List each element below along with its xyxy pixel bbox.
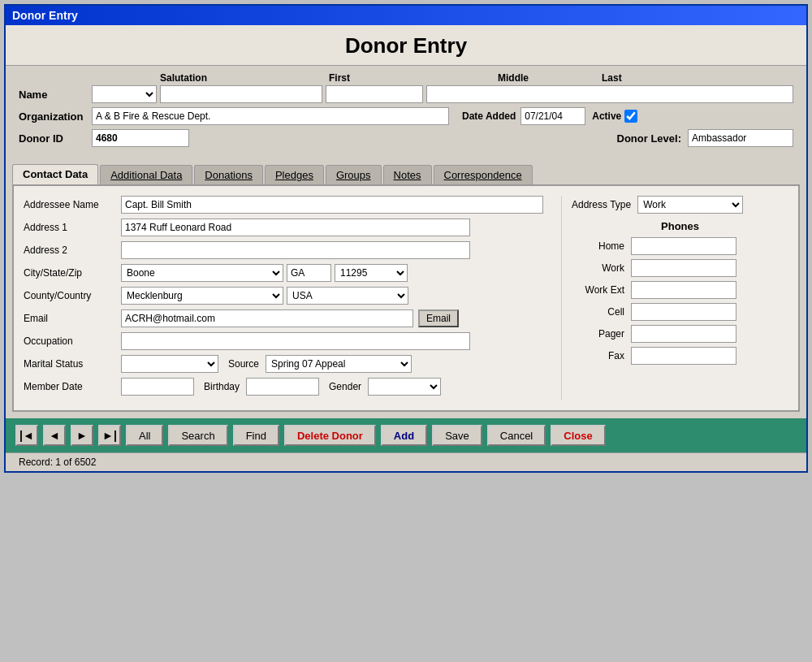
salutation-select[interactable]	[92, 85, 157, 103]
tab-notes[interactable]: Notes	[383, 165, 432, 184]
nav-prev-button[interactable]: ◄	[43, 425, 66, 446]
tab-correspondence[interactable]: Correspondence	[434, 165, 533, 184]
work-phone-label: Work	[572, 262, 624, 274]
tab-contact-data[interactable]: Contact Data	[12, 164, 98, 184]
address2-input[interactable]	[121, 241, 470, 259]
birthday-label: Birthday	[204, 381, 240, 392]
home-phone-input[interactable]	[631, 237, 736, 255]
pager-input[interactable]	[631, 325, 736, 343]
search-button[interactable]: Search	[168, 425, 227, 446]
organization-label: Organization	[19, 110, 92, 123]
source-select[interactable]: Spring 07 Appeal	[266, 355, 412, 373]
gender-label: Gender	[329, 381, 361, 392]
work-ext-label: Work Ext	[572, 284, 624, 296]
country-select[interactable]: USA	[287, 287, 408, 305]
date-added-label: Date Added	[462, 110, 516, 122]
phones-title: Phones	[572, 220, 788, 232]
county-select[interactable]: Mecklenburg	[121, 287, 283, 305]
delete-donor-button[interactable]: Delete Donor	[284, 425, 376, 446]
work-ext-input[interactable]	[631, 281, 736, 299]
home-phone-label: Home	[572, 240, 624, 252]
last-header: Last	[602, 72, 793, 84]
nav-first-button[interactable]: |◄	[15, 425, 38, 446]
donor-level-input	[688, 129, 793, 147]
fax-input[interactable]	[631, 347, 736, 365]
occupation-input[interactable]	[121, 332, 470, 350]
tab-pledges[interactable]: Pledges	[265, 165, 324, 184]
county-country-label: County/Country	[24, 290, 121, 301]
city-state-zip-label: City/State/Zip	[24, 267, 121, 279]
city-select[interactable]: Boone	[121, 264, 283, 282]
tab-content: Addressee Name Address 1 Address 2 City/…	[12, 184, 800, 412]
addressee-label: Addressee Name	[24, 199, 121, 210]
find-button[interactable]: Find	[233, 425, 279, 446]
middle-name-input[interactable]	[326, 85, 423, 103]
date-added-input[interactable]	[520, 107, 585, 125]
tab-groups[interactable]: Groups	[326, 165, 382, 184]
email-input[interactable]	[121, 309, 413, 327]
cell-phone-label: Cell	[572, 306, 624, 318]
email-button[interactable]: Email	[418, 309, 459, 327]
first-header: First	[329, 72, 491, 84]
gender-select[interactable]	[368, 378, 441, 396]
middle-header: Middle	[498, 72, 595, 84]
donor-id-input[interactable]	[92, 129, 189, 147]
add-button[interactable]: Add	[381, 425, 427, 446]
state-input[interactable]	[287, 264, 331, 282]
nav-last-button[interactable]: ►|	[98, 425, 121, 446]
all-button[interactable]: All	[126, 425, 163, 446]
address1-input[interactable]	[121, 219, 470, 236]
active-checkbox[interactable]	[624, 110, 637, 123]
cancel-button[interactable]: Cancel	[487, 425, 546, 446]
source-label: Source	[228, 358, 259, 370]
title-bar: Donor Entry	[6, 6, 806, 25]
marital-label: Marital Status	[24, 358, 121, 370]
pager-label: Pager	[572, 328, 624, 340]
addressee-input[interactable]	[121, 196, 543, 214]
occupation-label: Occupation	[24, 335, 121, 347]
fax-label: Fax	[572, 350, 624, 361]
work-phone-input[interactable]	[631, 259, 736, 277]
last-name-input[interactable]	[426, 85, 793, 103]
salutation-header: Salutation	[160, 72, 322, 84]
cell-phone-input[interactable]	[631, 303, 736, 321]
bottom-toolbar: |◄ ◄ ► ►| All Search Find Delete Donor A…	[6, 418, 806, 452]
active-label: Active	[592, 110, 621, 122]
tabs-container: Contact Data Additional Data Donations P…	[12, 164, 806, 184]
tab-additional-data[interactable]: Additional Data	[100, 165, 192, 184]
address-type-select[interactable]: Work	[637, 196, 743, 214]
member-date-label: Member Date	[24, 381, 121, 392]
email-label: Email	[24, 313, 121, 324]
close-button[interactable]: Close	[551, 425, 605, 446]
marital-select[interactable]	[121, 355, 218, 373]
organization-input[interactable]	[92, 107, 449, 125]
page-title: Donor Entry	[6, 25, 806, 66]
name-label: Name	[19, 89, 92, 101]
member-date-input[interactable]	[121, 378, 194, 396]
address2-label: Address 2	[24, 244, 121, 256]
record-status: Record: 1 of 6502	[19, 456, 96, 468]
donor-id-label: Donor ID	[19, 132, 92, 145]
donor-level-label: Donor Level:	[617, 132, 681, 145]
window-title: Donor Entry	[12, 9, 78, 22]
address-type-label: Address Type	[572, 199, 631, 210]
first-name-input[interactable]	[160, 85, 322, 103]
save-button[interactable]: Save	[432, 425, 482, 446]
zip-select[interactable]: 11295	[335, 264, 408, 282]
address1-label: Address 1	[24, 222, 121, 233]
birthday-input[interactable]	[246, 378, 319, 396]
tab-donations[interactable]: Donations	[194, 165, 263, 184]
nav-next-button[interactable]: ►	[71, 425, 93, 446]
